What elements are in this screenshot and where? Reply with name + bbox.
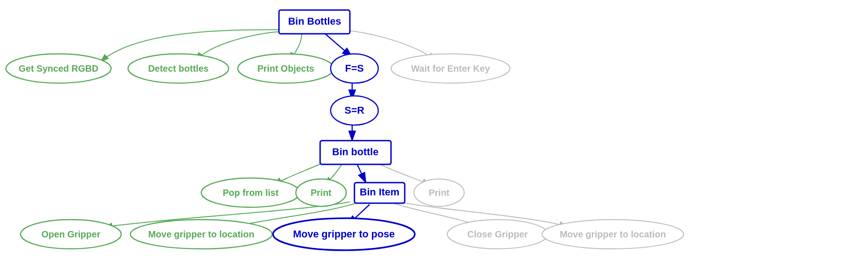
label-print-objects: Print Objects: [257, 63, 314, 74]
label-close-gripper: Close Gripper: [467, 229, 528, 239]
label-print-green: Print: [311, 188, 332, 198]
node-bin-bottles: Bin Bottles: [279, 10, 350, 34]
label-bin-item: Bin Item: [360, 186, 400, 198]
node-move-gripper-loc1: Move gripper to location: [130, 220, 272, 249]
label-detect-bottles: Detect bottles: [148, 63, 209, 74]
label-wait-enter: Wait for Enter Key: [411, 63, 490, 74]
label-bin-bottles: Bin Bottles: [288, 16, 341, 27]
node-get-synced-rgbd: Get Synced RGBD: [6, 54, 111, 83]
node-print-gray: Print: [414, 179, 464, 206]
node-open-gripper: Open Gripper: [21, 220, 121, 249]
node-pop-from-list: Pop from list: [201, 178, 300, 207]
node-detect-bottles: Detect bottles: [128, 54, 229, 83]
label-move-gripper-loc1: Move gripper to location: [148, 229, 254, 239]
arrow-bin-bottle-to-bin-item: [357, 163, 366, 183]
label-ser: S=R: [344, 105, 364, 116]
node-bin-item: Bin Item: [354, 183, 405, 203]
node-move-gripper-loc2: Move gripper to location: [542, 220, 684, 249]
label-move-gripper-pose: Move gripper to pose: [293, 228, 395, 240]
arrow-bin-bottles-to-fes: [322, 31, 352, 57]
label-fes: F=S: [345, 63, 364, 74]
node-fes: F=S: [331, 54, 378, 83]
node-wait-enter: Wait for Enter Key: [391, 54, 510, 83]
label-open-gripper: Open Gripper: [42, 229, 101, 239]
node-ser: S=R: [331, 96, 378, 125]
label-get-synced-rgbd: Get Synced RGBD: [19, 63, 98, 74]
node-move-gripper-pose: Move gripper to pose: [273, 218, 415, 250]
node-bin-bottle: Bin bottle: [320, 141, 391, 164]
label-print-gray: Print: [429, 188, 450, 198]
label-move-gripper-loc2: Move gripper to location: [560, 229, 666, 239]
arrow-bin-bottle-to-print-gray: [375, 162, 430, 185]
label-bin-bottle: Bin bottle: [332, 146, 378, 158]
label-pop-from-list: Pop from list: [223, 188, 279, 198]
node-print-objects: Print Objects: [238, 54, 334, 83]
node-print-green: Print: [296, 179, 346, 206]
node-close-gripper: Close Gripper: [447, 220, 548, 249]
flowchart-svg: Bin Bottles Get Synced RGBD Detect bottl…: [0, 0, 868, 268]
